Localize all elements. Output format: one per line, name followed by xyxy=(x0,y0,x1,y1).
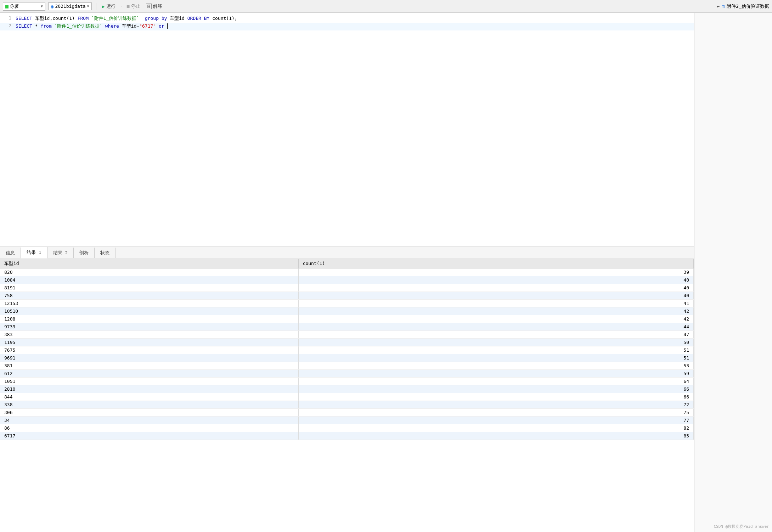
main-container: 1SELECT 车型id,count(1) FROM `附件1_估价训练数据` … xyxy=(0,13,772,532)
table-row[interactable]: 33872 xyxy=(0,401,694,408)
table-cell: 12153 xyxy=(0,299,298,307)
table-row[interactable]: 119550 xyxy=(0,338,694,346)
table-cell: 6717 xyxy=(0,432,298,440)
tab-result2[interactable]: 结果 2 xyxy=(47,248,74,258)
stop-button[interactable]: ■ 停止 xyxy=(125,2,142,10)
table-cell: 612 xyxy=(0,369,298,377)
results-table-container[interactable]: 车型idcount(1) 820391084408191407584012153… xyxy=(0,259,694,532)
table-row[interactable]: 281066 xyxy=(0,385,694,393)
table-cell: 64 xyxy=(298,377,693,385)
table-row[interactable]: 969151 xyxy=(0,354,694,362)
plain-token xyxy=(156,23,159,29)
table-cell: 7675 xyxy=(0,346,298,354)
separator-1 xyxy=(96,3,96,10)
run-icon: ▶ xyxy=(102,4,105,9)
table-cell: 47 xyxy=(298,330,693,338)
table-row[interactable]: 82039 xyxy=(0,268,694,276)
code-line-2: 2SELECT * from `附件1_估价训练数据` where 车型id="… xyxy=(0,23,694,30)
plain-token: 车型id xyxy=(167,16,187,21)
keyword-token: SELECT xyxy=(16,23,32,29)
table-cell: 40 xyxy=(298,292,693,299)
table-cell: 66 xyxy=(298,393,693,401)
table-cell: 8191 xyxy=(0,284,298,292)
table-row[interactable]: 3477 xyxy=(0,416,694,424)
table-cell: 72 xyxy=(298,401,693,408)
table-cell: 1084 xyxy=(0,276,298,284)
tab-result1[interactable]: 结果 1 xyxy=(21,247,47,259)
table-cell: 40 xyxy=(298,276,693,284)
tab-info[interactable]: 信息 xyxy=(0,248,21,258)
table-cell: 77 xyxy=(298,416,693,424)
stop-label: 停止 xyxy=(131,3,140,10)
plain-token xyxy=(52,23,55,29)
separator-dot: · xyxy=(120,4,123,9)
right-panel-chevron: ► xyxy=(717,4,720,9)
keyword-token: ORDER BY xyxy=(187,16,210,21)
table-cell: 40 xyxy=(298,284,693,292)
user-selector[interactable]: ■ 你爹 ▼ xyxy=(3,2,45,11)
table-cell: 10510 xyxy=(0,307,298,315)
explain-icon: 目 xyxy=(146,4,152,9)
run-button[interactable]: ▶ 运行 xyxy=(101,2,117,10)
run-label: 运行 xyxy=(106,3,115,10)
code-editor[interactable]: 1SELECT 车型id,count(1) FROM `附件1_估价训练数据` … xyxy=(0,13,694,247)
plain-token xyxy=(164,23,167,29)
keyword-token: from xyxy=(40,23,51,29)
table-token: `附件1_估价训练数据` xyxy=(55,23,102,29)
table-row[interactable]: 38347 xyxy=(0,330,694,338)
table-row[interactable]: 671785 xyxy=(0,432,694,440)
table-cell: 383 xyxy=(0,330,298,338)
table-cell: 34 xyxy=(0,416,298,424)
right-panel-toggle[interactable]: ► ◫ 附件2_估价验证数据 xyxy=(717,3,769,10)
db-dropdown-arrow[interactable]: ▼ xyxy=(87,4,89,8)
table-cell: 758 xyxy=(0,292,298,299)
line-number-1: 1 xyxy=(3,15,11,22)
table-cell: 42 xyxy=(298,307,693,315)
table-token: `附件1_估价训练数据` xyxy=(91,16,139,21)
table-cell: 1051 xyxy=(0,377,298,385)
keyword-token: group by xyxy=(145,16,167,21)
tab-status[interactable]: 状态 xyxy=(95,248,115,258)
db-icon: ◉ xyxy=(51,4,53,9)
explain-label: 解释 xyxy=(153,3,162,10)
db-selector[interactable]: ◉ 2021bigdata ▼ xyxy=(48,2,92,10)
table-row[interactable]: 8682 xyxy=(0,424,694,432)
table-row[interactable]: 38153 xyxy=(0,362,694,369)
table-row[interactable]: 973944 xyxy=(0,323,694,330)
table-cell: 85 xyxy=(298,432,693,440)
line-number-2: 2 xyxy=(3,23,11,29)
table-row[interactable]: 120842 xyxy=(0,315,694,323)
keyword-token: where xyxy=(105,23,119,29)
tabs-bar: 信息结果 1结果 2剖析状态 xyxy=(0,247,694,259)
right-panel-label: 附件2_估价验证数据 xyxy=(727,3,769,10)
table-row[interactable]: 1215341 xyxy=(0,299,694,307)
explain-button[interactable]: 目 解释 xyxy=(145,2,164,10)
results-table: 车型idcount(1) 820391084408191407584012153… xyxy=(0,259,694,440)
table-cell: 1195 xyxy=(0,338,298,346)
user-dropdown-arrow[interactable]: ▼ xyxy=(41,4,43,8)
table-row[interactable]: 108440 xyxy=(0,276,694,284)
table-row[interactable]: 30675 xyxy=(0,408,694,416)
plain-token xyxy=(102,23,105,29)
editor-area: 1SELECT 车型id,count(1) FROM `附件1_估价训练数据` … xyxy=(0,13,694,532)
plain-token: count(1); xyxy=(209,16,237,21)
table-cell: 381 xyxy=(0,362,298,369)
table-cell: 1208 xyxy=(0,315,298,323)
table-row[interactable]: 767551 xyxy=(0,346,694,354)
table-row[interactable]: 1051042 xyxy=(0,307,694,315)
table-row[interactable]: 105164 xyxy=(0,377,694,385)
table-cell: 66 xyxy=(298,385,693,393)
table-icon: ◫ xyxy=(722,4,725,9)
plain-token: 车型id= xyxy=(119,23,139,29)
table-cell: 75 xyxy=(298,408,693,416)
tab-parse[interactable]: 剖析 xyxy=(74,248,95,258)
keyword-token: SELECT xyxy=(16,16,32,21)
table-row[interactable]: 61259 xyxy=(0,369,694,377)
table-cell: 86 xyxy=(0,424,298,432)
table-row[interactable]: 819140 xyxy=(0,284,694,292)
table-cell: 338 xyxy=(0,401,298,408)
table-row[interactable]: 84466 xyxy=(0,393,694,401)
plain-token: 车型id,count(1) xyxy=(32,16,78,21)
table-row[interactable]: 75840 xyxy=(0,292,694,299)
plain-token xyxy=(139,16,145,21)
